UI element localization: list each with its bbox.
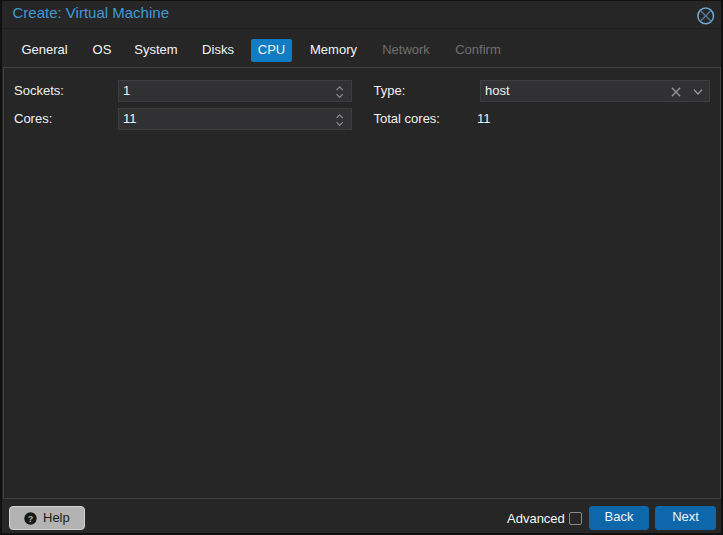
- svg-text:?: ?: [28, 514, 34, 524]
